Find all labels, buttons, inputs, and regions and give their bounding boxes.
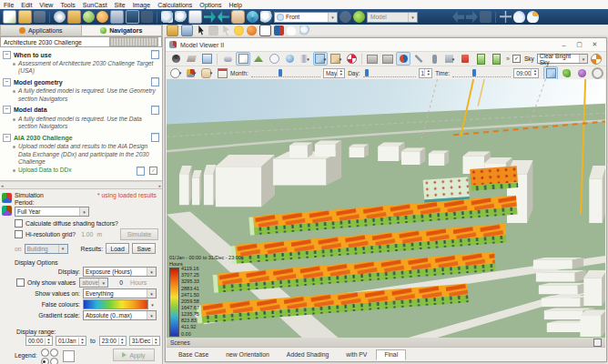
- scenes-pin-icon[interactable]: [593, 339, 602, 347]
- model-view-icon[interactable]: [2, 193, 12, 203]
- false-colours-gradient[interactable]: [83, 299, 148, 309]
- spinner-arrows-icon[interactable]: ▲▼: [78, 338, 86, 345]
- section-title[interactable]: AIA 2030 Challenge: [14, 135, 73, 141]
- collapse-icon[interactable]: –: [3, 78, 11, 86]
- gradient-scale-combo[interactable]: Absolute (0..max)▾: [83, 310, 157, 320]
- legend-topleft-radio[interactable]: [41, 349, 49, 357]
- save-icon[interactable]: [34, 11, 46, 23]
- menu-calculations[interactable]: Calculations: [154, 2, 196, 8]
- collapse-icon[interactable]: –: [3, 51, 11, 59]
- time-slider-thumb[interactable]: [472, 69, 476, 76]
- drawer-a-icon[interactable]: [365, 52, 380, 66]
- scene-tab-added-shading[interactable]: Added Shading: [279, 349, 338, 360]
- axes-dropdown-icon[interactable]: ▾: [184, 66, 198, 80]
- analysis-sphere-icon[interactable]: [396, 52, 410, 66]
- day-slider-thumb[interactable]: [365, 69, 369, 76]
- maximize-button[interactable]: ▢: [572, 39, 587, 50]
- show-values-on-combo[interactable]: Everything▾: [83, 288, 157, 298]
- tab-navigators[interactable]: Navigators: [82, 25, 163, 36]
- pin-location-icon[interactable]: [500, 11, 512, 23]
- hires-grid-checkbox[interactable]: [15, 230, 23, 238]
- menu-site[interactable]: Site: [111, 2, 129, 8]
- target-orb-icon[interactable]: [344, 52, 359, 66]
- to-date-spinner[interactable]: 31/Dec▲▼: [129, 336, 160, 346]
- roof-plane-icon[interactable]: [251, 52, 266, 66]
- spinner-arrows-icon[interactable]: ▲▼: [45, 338, 52, 345]
- view-direction-combo[interactable]: Front ▾: [274, 12, 338, 23]
- only-show-checkbox[interactable]: [16, 278, 25, 287]
- scene-tab-new-orientation[interactable]: new Orientation: [218, 349, 278, 360]
- open-icon[interactable]: [167, 25, 178, 36]
- spinner-arrows-icon[interactable]: ▲▼: [152, 338, 159, 345]
- model-folder-icon[interactable]: [67, 10, 81, 24]
- apply-button[interactable]: Apply: [113, 349, 155, 361]
- simulate-button[interactable]: Simulate: [120, 228, 158, 240]
- menu-tools[interactable]: Tools: [56, 2, 78, 8]
- sun-tools-icon[interactable]: [96, 11, 108, 23]
- legend-topright-radio[interactable]: [50, 349, 58, 357]
- orbit-tool-icon[interactable]: [168, 52, 183, 66]
- sky-combo[interactable]: Clear Bright Sky▾: [537, 54, 588, 64]
- cloud-sun-icon[interactable]: [527, 11, 539, 23]
- model-combo[interactable]: Model ▾: [367, 12, 418, 23]
- time-slider[interactable]: [452, 69, 511, 77]
- orbit-arrow-icon[interactable]: [218, 11, 229, 23]
- vegetation-icon[interactable]: [559, 66, 573, 80]
- drawer-b-icon[interactable]: [380, 52, 395, 66]
- shaded-cube-icon[interactable]: [236, 52, 250, 66]
- legend-colour-swatch[interactable]: [63, 350, 75, 362]
- walkthrough-icon[interactable]: [260, 11, 272, 23]
- new-file-icon[interactable]: [3, 10, 16, 24]
- model-cube-icon[interactable]: [543, 66, 558, 80]
- viewer-titlebar[interactable]: Model Viewer II – ▢ ✕: [166, 38, 606, 51]
- measure-tool-icon[interactable]: [411, 52, 426, 66]
- threshold-value[interactable]: 0: [119, 279, 123, 286]
- scene-tab-final[interactable]: Final: [376, 349, 406, 360]
- textured-cube-icon[interactable]: ▾: [329, 52, 343, 66]
- clock-dropdown-icon[interactable]: ▾: [168, 66, 183, 80]
- navigator-slider[interactable]: [109, 37, 158, 46]
- month-spinner[interactable]: May▲▼: [323, 68, 345, 78]
- components-icon[interactable]: [110, 10, 124, 24]
- hand-dropdown-icon[interactable]: ▾: [199, 66, 214, 80]
- spinner-arrows-icon[interactable]: ▲▼: [424, 69, 431, 76]
- month-slider[interactable]: [251, 69, 320, 77]
- overflow-chevron[interactable]: »: [506, 56, 510, 62]
- compass-icon[interactable]: [589, 52, 603, 66]
- spinner-arrows-icon[interactable]: ▲▼: [118, 338, 126, 345]
- hand-icon[interactable]: [231, 10, 245, 24]
- display-combo[interactable]: Exposure (Hours)▾: [83, 267, 157, 277]
- report-icon[interactable]: [151, 106, 159, 115]
- suncast-view-icon[interactable]: [2, 206, 12, 216]
- day-slider[interactable]: [363, 69, 416, 77]
- report-icon[interactable]: [151, 77, 159, 86]
- menu-help[interactable]: Help: [225, 2, 245, 8]
- close-button[interactable]: ✕: [587, 39, 603, 50]
- cloud-icon[interactable]: [287, 25, 297, 35]
- legend-bottomright-radio[interactable]: [50, 358, 58, 364]
- annotation-icon[interactable]: [458, 52, 472, 66]
- sphere-view-icon[interactable]: [282, 52, 297, 66]
- window-a-icon[interactable]: [473, 52, 488, 66]
- navigator-select[interactable]: Architecture 2030 Challenge: [0, 36, 162, 47]
- collapse-icon[interactable]: –: [3, 106, 11, 114]
- model-3d-canvas[interactable]: 01/Jan - 00:00 to 31/Dec - 23:00 Hours 4…: [167, 79, 605, 338]
- section-title[interactable]: When to use: [14, 52, 52, 58]
- gradient-dropdown-icon[interactable]: ▾: [148, 302, 157, 308]
- report-icon[interactable]: [137, 167, 145, 176]
- save-icon[interactable]: [181, 25, 193, 36]
- day-spinner[interactable]: 1▲▼: [419, 68, 433, 78]
- zoom-icon[interactable]: [175, 11, 187, 23]
- solid-cube-icon[interactable]: ▾: [313, 52, 328, 66]
- eraser-tool-icon[interactable]: [184, 52, 198, 66]
- zoom-select-icon[interactable]: [161, 11, 173, 23]
- component-set-icon[interactable]: ▾: [442, 52, 457, 66]
- from-date-spinner[interactable]: 01/Jan▲▼: [56, 336, 86, 346]
- legend-bottomleft-radio[interactable]: [41, 358, 49, 364]
- monitor-icon[interactable]: [126, 10, 139, 24]
- calendar-icon[interactable]: [215, 66, 229, 80]
- month-slider-thumb[interactable]: [279, 69, 282, 76]
- time-spinner[interactable]: 09:00▲▼: [513, 68, 539, 78]
- person-scale-icon[interactable]: [427, 52, 441, 66]
- rotate-icon[interactable]: [247, 11, 258, 23]
